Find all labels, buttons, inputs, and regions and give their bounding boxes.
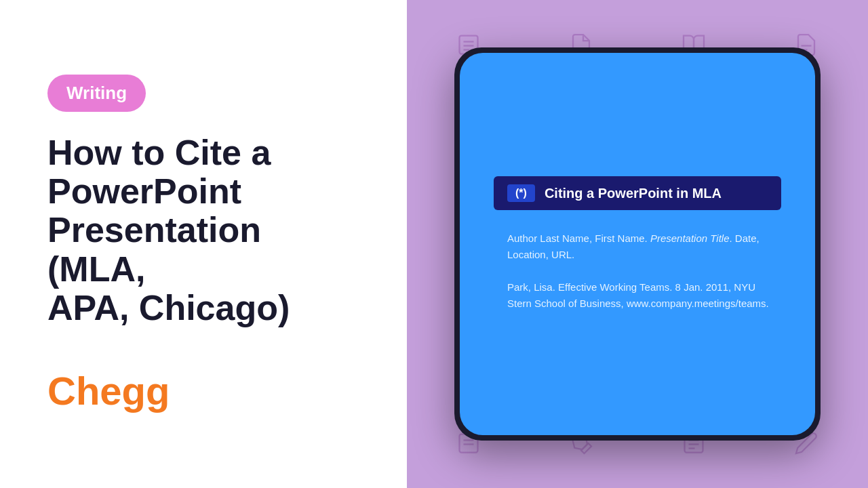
tablet-card: (*) Citing a PowerPoint in MLA Author La… xyxy=(454,47,821,441)
title-line4: APA, Chicago) xyxy=(47,288,290,327)
example-author: Park, Lisa. xyxy=(507,281,558,293)
slide-body: Author Last Name, First Name. Presentati… xyxy=(494,230,781,312)
right-section: (*) Citing a PowerPoint in MLA Author La… xyxy=(407,0,868,488)
title-line1: How to Cite a xyxy=(47,133,271,172)
title-line2: PowerPoint xyxy=(47,171,241,211)
slide-header-text: Citing a PowerPoint in MLA xyxy=(545,186,722,201)
citation-template: Author Last Name, First Name. Presentati… xyxy=(494,230,781,263)
slide-header: (*) Citing a PowerPoint in MLA xyxy=(494,176,781,210)
left-section: Writing How to Cite a PowerPoint Present… xyxy=(0,0,407,488)
title-line3: Presentation (MLA, xyxy=(47,210,261,288)
example-title: Effective Working Teams xyxy=(558,281,669,293)
writing-badge: Writing xyxy=(47,75,146,112)
template-italic: Presentation Title xyxy=(650,232,730,244)
template-text: Author Last Name, First Name. xyxy=(507,232,650,244)
tablet-screen: (*) Citing a PowerPoint in MLA Author La… xyxy=(460,53,815,435)
slide-content: (*) Citing a PowerPoint in MLA Author La… xyxy=(494,176,781,312)
asterisk-badge: (*) xyxy=(507,184,535,202)
main-title: How to Cite a PowerPoint Presentation (M… xyxy=(47,134,366,327)
main-container: Writing How to Cite a PowerPoint Present… xyxy=(0,0,868,488)
citation-example: Park, Lisa. Effective Working Teams. 8 J… xyxy=(494,279,781,312)
chegg-logo: Chegg xyxy=(47,368,366,413)
